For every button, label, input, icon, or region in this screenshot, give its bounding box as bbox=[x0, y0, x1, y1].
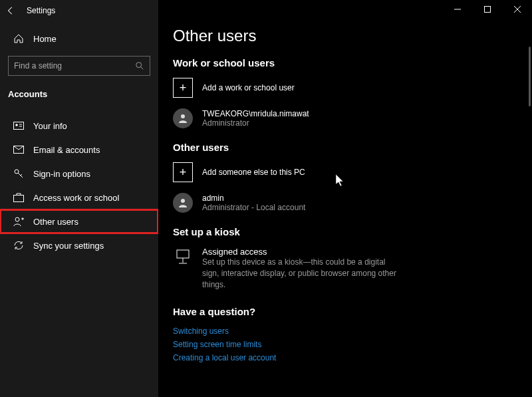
section-help-title: Have a question? bbox=[173, 306, 532, 317]
nav-email-accounts[interactable]: Email & accounts bbox=[0, 138, 158, 162]
search-input[interactable] bbox=[14, 61, 135, 70]
minimize-button[interactable] bbox=[442, 0, 472, 19]
kiosk-icon bbox=[173, 247, 193, 267]
sync-icon bbox=[12, 239, 25, 252]
home-label: Home bbox=[33, 34, 57, 44]
section-work-title: Work or school users bbox=[173, 57, 532, 68]
page-title: Other users bbox=[173, 27, 532, 45]
avatar-icon bbox=[173, 108, 193, 128]
user-name: admin bbox=[202, 194, 305, 203]
nav-other-users[interactable]: Other users bbox=[0, 209, 158, 233]
scrollbar-thumb[interactable] bbox=[529, 47, 531, 106]
nav-your-info[interactable]: Your info bbox=[0, 114, 158, 138]
svg-rect-1 bbox=[484, 7, 490, 13]
search-icon bbox=[135, 61, 144, 70]
svg-rect-20 bbox=[177, 250, 189, 258]
add-work-user-button[interactable]: + Add a work or school user bbox=[173, 78, 532, 98]
svg-line-13 bbox=[21, 174, 22, 176]
section-kiosk-title: Set up a kiosk bbox=[173, 226, 532, 237]
help-link-localaccount[interactable]: Creating a local user account bbox=[173, 353, 532, 362]
nav-signin-options[interactable]: Sign-in options bbox=[0, 162, 158, 186]
window-title: Settings bbox=[27, 6, 55, 15]
user-role: Administrator bbox=[202, 118, 309, 128]
settings-window: Settings Home Accounts Your info bbox=[0, 0, 532, 397]
briefcase-icon bbox=[12, 191, 25, 204]
help-link-switching[interactable]: Switching users bbox=[173, 327, 532, 336]
svg-point-18 bbox=[181, 114, 185, 118]
search-box[interactable] bbox=[8, 56, 150, 76]
help-links: Switching users Setting screen time limi… bbox=[173, 327, 532, 362]
close-button[interactable] bbox=[502, 0, 532, 19]
window-buttons bbox=[442, 0, 532, 19]
user-role: Administrator - Local account bbox=[202, 203, 305, 212]
user-name: TWEAKORG\mridula.nimawat bbox=[202, 109, 309, 118]
nav-sync-settings[interactable]: Sync your settings bbox=[0, 233, 158, 257]
content-area: Other users Work or school users + Add a… bbox=[158, 0, 532, 397]
nav-access-work-school[interactable]: Access work or school bbox=[0, 186, 158, 209]
home-button[interactable]: Home bbox=[0, 27, 158, 51]
svg-point-15 bbox=[15, 217, 19, 221]
svg-line-5 bbox=[141, 67, 144, 70]
sidebar: Home Accounts Your info Email & accounts… bbox=[0, 0, 158, 397]
key-icon bbox=[12, 167, 25, 180]
help-link-screentime[interactable]: Setting screen time limits bbox=[173, 340, 532, 349]
maximize-button[interactable] bbox=[472, 0, 502, 19]
avatar-icon bbox=[173, 193, 193, 213]
home-icon bbox=[12, 32, 25, 45]
section-other-title: Other users bbox=[173, 142, 532, 153]
assigned-title: Assigned access bbox=[202, 247, 402, 257]
plus-icon: + bbox=[173, 162, 193, 182]
add-work-label: Add a work or school user bbox=[202, 83, 295, 92]
nav-list: Your info Email & accounts Sign-in optio… bbox=[0, 114, 158, 257]
plus-icon: + bbox=[173, 78, 193, 98]
titlebar: Settings bbox=[0, 0, 532, 21]
svg-rect-6 bbox=[14, 122, 24, 130]
assigned-access-button[interactable]: Assigned access Set up this device as a … bbox=[173, 247, 532, 290]
svg-point-4 bbox=[136, 63, 142, 68]
svg-rect-14 bbox=[14, 196, 24, 202]
nav-label: Email & accounts bbox=[33, 145, 100, 155]
nav-label: Access work or school bbox=[33, 193, 119, 203]
other-user-row[interactable]: admin Administrator - Local account bbox=[173, 193, 532, 213]
back-button[interactable] bbox=[0, 0, 21, 21]
svg-point-19 bbox=[181, 199, 185, 203]
add-other-label: Add someone else to this PC bbox=[202, 168, 305, 177]
nav-label: Other users bbox=[33, 217, 78, 227]
work-user-row[interactable]: TWEAKORG\mridula.nimawat Administrator bbox=[173, 108, 532, 128]
assigned-desc: Set up this device as a kiosk—this could… bbox=[202, 257, 402, 290]
person-plus-icon bbox=[12, 215, 25, 228]
id-card-icon bbox=[12, 119, 25, 132]
svg-line-12 bbox=[18, 173, 23, 178]
add-other-user-button[interactable]: + Add someone else to this PC bbox=[173, 162, 532, 182]
nav-label: Your info bbox=[33, 121, 67, 131]
mail-icon bbox=[12, 143, 25, 156]
group-header: Accounts bbox=[0, 81, 158, 104]
nav-label: Sync your settings bbox=[33, 241, 104, 251]
nav-label: Sign-in options bbox=[33, 169, 90, 179]
svg-point-7 bbox=[15, 124, 18, 126]
